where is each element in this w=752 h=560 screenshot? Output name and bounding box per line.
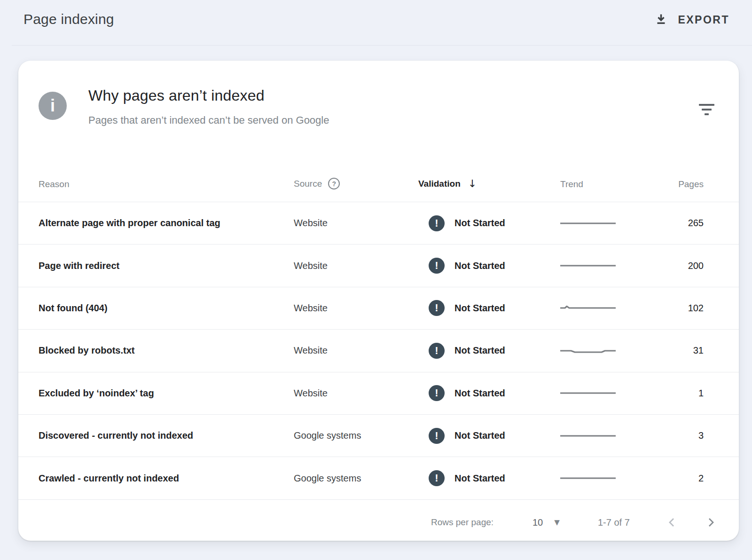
not-started-icon: ! bbox=[429, 470, 445, 486]
trend-sparkline bbox=[560, 262, 625, 269]
not-started-icon: ! bbox=[429, 385, 445, 401]
validation-cell: ! Not Started bbox=[418, 300, 560, 316]
not-started-icon: ! bbox=[429, 428, 445, 444]
pages-count: 31 bbox=[625, 345, 704, 356]
table-row[interactable]: Page with redirect Website ! Not Started… bbox=[18, 245, 739, 287]
not-started-icon: ! bbox=[429, 343, 445, 359]
reason-cell[interactable]: Not found (404) bbox=[39, 303, 294, 314]
validation-status: Not Started bbox=[454, 430, 505, 441]
validation-cell: ! Not Started bbox=[418, 343, 560, 359]
column-header-reason[interactable]: Reason bbox=[39, 179, 294, 189]
table-header-row: Reason Source ? Validation ↓ Trend Pages bbox=[18, 162, 739, 202]
rows-per-page-value: 10 bbox=[533, 517, 543, 528]
export-label: EXPORT bbox=[678, 14, 729, 26]
sort-descending-icon: ↓ bbox=[468, 178, 477, 189]
table-body: Alternate page with proper canonical tag… bbox=[18, 202, 739, 500]
validation-status: Not Started bbox=[454, 303, 505, 314]
validation-status: Not Started bbox=[454, 260, 505, 271]
reason-cell[interactable]: Excluded by ‘noindex’ tag bbox=[39, 388, 294, 399]
chevron-left-icon bbox=[666, 516, 678, 528]
validation-cell: ! Not Started bbox=[418, 470, 560, 486]
table-row[interactable]: Excluded by ‘noindex’ tag Website ! Not … bbox=[18, 372, 739, 415]
table-row[interactable]: Crawled - currently not indexed Google s… bbox=[18, 457, 739, 499]
download-icon bbox=[655, 13, 667, 27]
source-cell: Website bbox=[294, 388, 418, 399]
pages-count: 102 bbox=[625, 303, 704, 314]
next-page-button[interactable] bbox=[703, 515, 718, 530]
page-header: Page indexing EXPORT bbox=[0, 0, 752, 46]
table-row[interactable]: Alternate page with proper canonical tag… bbox=[18, 202, 739, 245]
reason-cell[interactable]: Blocked by robots.txt bbox=[39, 345, 294, 356]
source-cell: Website bbox=[294, 218, 418, 229]
not-started-icon: ! bbox=[429, 300, 445, 316]
rows-per-page-label: Rows per page: bbox=[431, 517, 494, 528]
table-row[interactable]: Discovered - currently not indexed Googl… bbox=[18, 415, 739, 457]
trend-sparkline bbox=[560, 389, 625, 397]
not-started-icon: ! bbox=[429, 215, 445, 231]
pages-count: 265 bbox=[625, 218, 704, 229]
filter-button[interactable] bbox=[696, 99, 717, 120]
info-icon: i bbox=[39, 92, 67, 120]
source-cell: Website bbox=[294, 345, 418, 356]
source-cell: Website bbox=[294, 303, 418, 314]
panel-subtitle: Pages that aren’t indexed can’t be serve… bbox=[88, 114, 329, 126]
pages-count: 3 bbox=[625, 430, 704, 441]
previous-page-button[interactable] bbox=[665, 515, 680, 530]
pages-count: 2 bbox=[625, 473, 704, 484]
dropdown-triangle-icon: ▼ bbox=[554, 518, 560, 527]
trend-sparkline bbox=[560, 432, 625, 440]
pagination-range: 1-7 of 7 bbox=[598, 517, 630, 528]
table-row[interactable]: Not found (404) Website ! Not Started 10… bbox=[18, 287, 739, 330]
column-header-pages[interactable]: Pages bbox=[625, 179, 704, 189]
table-footer: Rows per page: 10 ▼ 1-7 of 7 bbox=[18, 500, 739, 541]
export-button[interactable]: EXPORT bbox=[655, 9, 729, 30]
validation-status: Not Started bbox=[454, 218, 505, 229]
trend-sparkline bbox=[560, 474, 625, 482]
filter-icon bbox=[699, 104, 714, 106]
reason-cell[interactable]: Discovered - currently not indexed bbox=[39, 430, 294, 441]
rows-per-page-select[interactable]: 10 ▼ bbox=[533, 517, 560, 528]
not-started-icon: ! bbox=[429, 258, 445, 274]
reason-cell[interactable]: Alternate page with proper canonical tag bbox=[39, 218, 294, 229]
source-cell: Google systems bbox=[294, 430, 418, 441]
validation-status: Not Started bbox=[454, 473, 505, 484]
chevron-right-icon bbox=[705, 516, 717, 528]
reason-cell[interactable]: Crawled - currently not indexed bbox=[39, 473, 294, 484]
source-cell: Google systems bbox=[294, 473, 418, 484]
validation-status: Not Started bbox=[454, 388, 505, 399]
pages-count: 1 bbox=[625, 388, 704, 399]
panel-title: Why pages aren’t indexed bbox=[88, 87, 265, 104]
column-header-trend: Trend bbox=[560, 179, 625, 189]
table-row[interactable]: Blocked by robots.txt Website ! Not Star… bbox=[18, 330, 739, 372]
why-pages-arent-indexed-card: i Why pages aren’t indexed Pages that ar… bbox=[18, 61, 739, 541]
page-title: Page indexing bbox=[24, 11, 114, 27]
validation-cell: ! Not Started bbox=[418, 428, 560, 444]
reason-cell[interactable]: Page with redirect bbox=[39, 260, 294, 271]
header-divider bbox=[12, 45, 752, 46]
page-indexing-screen: Page indexing EXPORT i Why pages aren’t … bbox=[0, 0, 752, 560]
source-cell: Website bbox=[294, 260, 418, 271]
pages-count: 200 bbox=[625, 260, 704, 271]
validation-cell: ! Not Started bbox=[418, 215, 560, 231]
column-header-source[interactable]: Source ? bbox=[294, 178, 418, 189]
trend-sparkline bbox=[560, 304, 625, 312]
column-header-validation[interactable]: Validation ↓ bbox=[418, 178, 560, 189]
trend-sparkline bbox=[560, 220, 625, 227]
validation-status: Not Started bbox=[454, 345, 505, 356]
trend-sparkline bbox=[560, 347, 625, 355]
validation-cell: ! Not Started bbox=[418, 258, 560, 274]
validation-cell: ! Not Started bbox=[418, 385, 560, 401]
help-icon[interactable]: ? bbox=[328, 178, 340, 189]
